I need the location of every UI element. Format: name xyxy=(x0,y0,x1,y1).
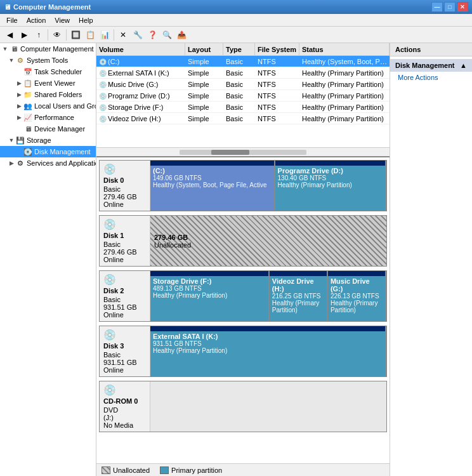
toolbar-sep2 xyxy=(66,29,67,41)
tree-root[interactable]: ▼ 🖥 Computer Management (Local xyxy=(0,43,96,55)
col-header-type[interactable]: Type xyxy=(223,43,255,55)
vol-name-1: 💿External SATA I (K:) xyxy=(96,69,185,77)
disk-0-part-d[interactable]: Programz Drive (D:) 130.40 GB NTFS Healt… xyxy=(275,161,386,211)
app-icon: 🖥 xyxy=(4,3,11,11)
device-manager-expand xyxy=(15,125,23,133)
disk-row-2: 💿 Disk 2 Basic 931.51 GB Online Storage … xyxy=(99,270,387,322)
search-button[interactable]: 🔍 xyxy=(160,28,174,42)
toolbar-btn1[interactable]: 🔲 xyxy=(69,28,82,42)
tree-task-scheduler[interactable]: 📅 Task Scheduler xyxy=(0,66,96,77)
actions-header: Actions xyxy=(390,43,472,56)
tree-root-label: Computer Management (Local xyxy=(20,45,96,53)
actions-section-disk-title[interactable]: Disk Management ▲ xyxy=(390,59,472,72)
col-header-fs[interactable]: File System xyxy=(255,43,299,55)
vol-type-1: Basic xyxy=(223,69,255,77)
tree-services[interactable]: ▶ ⚙ Services and Applications xyxy=(0,157,96,169)
disk-3-name: Disk 3 xyxy=(103,342,146,350)
disk-3-status: Online xyxy=(103,366,146,374)
actions-more[interactable]: More Actions xyxy=(390,72,472,83)
vol-name-2: 💿Music Drive (G:) xyxy=(96,80,185,89)
disk-mgmt-expand xyxy=(15,148,23,155)
volume-list: Volume Layout Type File System Status 💿(… xyxy=(96,43,390,157)
event-viewer-icon: 📋 xyxy=(23,78,33,88)
list-row-2[interactable]: 💿Music Drive (G:) Simple Basic NTFS Heal… xyxy=(96,79,390,90)
tree-shared-folders-label: Shared Folders xyxy=(34,91,82,98)
export-button[interactable]: 📤 xyxy=(174,28,188,42)
list-header: Volume Layout Type File System Status xyxy=(96,43,390,56)
vol-fs-2: NTFS xyxy=(255,80,299,89)
h-scrollbar[interactable] xyxy=(96,147,390,156)
local-users-icon: 👥 xyxy=(23,101,33,111)
list-row-1[interactable]: 💿External SATA I (K:) Simple Basic NTFS … xyxy=(96,67,390,79)
tree-local-users[interactable]: ▶ 👥 Local Users and Groups xyxy=(0,100,96,112)
menu-view[interactable]: View xyxy=(51,15,74,25)
tree-performance[interactable]: ▶ 📈 Performance xyxy=(0,112,96,123)
disk-0-size: 279.46 GB xyxy=(103,193,146,201)
toolbar: ◀ ▶ ↑ 👁 🔲 📋 📊 ✕ 🔧 ❓ 🔍 📤 xyxy=(0,27,472,43)
tree-disk-management[interactable]: 💽 Disk Management xyxy=(0,146,96,157)
legend: Unallocated Primary partition xyxy=(96,463,390,476)
disk-0-part-c-status: Healthy (System, Boot, Page File, Active xyxy=(153,182,272,188)
tree-storage[interactable]: ▼ 💾 Storage xyxy=(0,135,96,146)
list-row-4[interactable]: 💿Storage Drive (F:) Simple Basic NTFS He… xyxy=(96,102,390,113)
title-bar-left: 🖥 Computer Management xyxy=(4,3,91,11)
disk-0-part-c-size: 149.06 GB NTFS xyxy=(153,175,272,182)
show-hide-button[interactable]: 👁 xyxy=(50,28,64,42)
disk-0-part-c[interactable]: (C:) 149.06 GB NTFS Healthy (System, Boo… xyxy=(150,161,275,211)
disk-0-info: 💿 Disk 0 Basic 279.46 GB Online xyxy=(100,161,150,211)
disk-3-part-k-name: External SATA I (K:) xyxy=(153,333,383,340)
tree-device-manager[interactable]: 🖥 Device Manager xyxy=(0,123,96,135)
storage-icon: 💾 xyxy=(15,135,25,145)
disk-1-unallocated[interactable]: 279.46 GB Unallocated xyxy=(150,216,386,266)
disk-3-part-k[interactable]: External SATA I (K:) 931.51 GB NTFS Heal… xyxy=(150,326,386,376)
vol-fs-5: NTFS xyxy=(255,114,299,123)
help-button[interactable]: ❓ xyxy=(145,28,159,42)
forward-button[interactable]: ▶ xyxy=(17,28,31,42)
delete-button[interactable]: ✕ xyxy=(116,28,130,42)
menu-action[interactable]: Action xyxy=(23,15,50,25)
minimize-button[interactable]: — xyxy=(431,2,443,12)
cdrom-info: 💿 CD-ROM 0 DVD (J:) No Media xyxy=(100,381,150,432)
app-title: Computer Management xyxy=(13,3,91,11)
disk-3-partitions: External SATA I (K:) 931.51 GB NTFS Heal… xyxy=(150,326,386,376)
col-header-layout[interactable]: Layout xyxy=(185,43,223,55)
list-row-0[interactable]: 💿(C:) Simple Basic NTFS Healthy (System,… xyxy=(96,56,390,67)
disk-2-part-h[interactable]: Videoz Drive (H:) 216.25 GB NTFS Healthy… xyxy=(270,271,328,321)
vol-fs-0: NTFS xyxy=(255,57,299,66)
toolbar-btn3[interactable]: 📊 xyxy=(98,28,112,42)
actions-disk-mgmt-label: Disk Management xyxy=(395,62,455,69)
menu-help[interactable]: Help xyxy=(75,15,97,25)
tree-shared-folders[interactable]: ▶ 📁 Shared Folders xyxy=(0,89,96,100)
tree-system-tools[interactable]: ▼ ⚙ System Tools xyxy=(0,55,96,66)
close-button[interactable]: ✕ xyxy=(457,2,468,12)
disk-3-part-k-size: 931.51 GB NTFS xyxy=(153,340,383,347)
disk-1-partitions: 279.46 GB Unallocated xyxy=(150,216,386,266)
tree-event-viewer[interactable]: ▶ 📋 Event Viewer xyxy=(0,77,96,89)
disk-3-type: Basic xyxy=(103,351,146,359)
disk-2-part-f[interactable]: Storage Drive (F:) 489.13 GB NTFS Health… xyxy=(150,271,270,321)
task-sched-icon: 📅 xyxy=(23,67,33,77)
back-button[interactable]: ◀ xyxy=(3,28,16,42)
toolbar-btn2[interactable]: 📋 xyxy=(83,28,97,42)
cdrom-status: No Media xyxy=(103,421,146,429)
list-row-5[interactable]: 💿Videoz Drive (H:) Simple Basic NTFS Hea… xyxy=(96,113,390,124)
content-area: Volume Layout Type File System Status 💿(… xyxy=(96,43,390,476)
list-row-3[interactable]: 💿Programz Drive (D:) Simple Basic NTFS H… xyxy=(96,90,390,102)
vol-layout-3: Simple xyxy=(185,91,223,100)
legend-primary: Primary partition xyxy=(160,466,222,474)
vol-layout-2: Simple xyxy=(185,80,223,89)
maximize-button[interactable]: □ xyxy=(444,2,456,12)
properties-button[interactable]: 🔧 xyxy=(131,28,145,42)
vol-fs-4: NTFS xyxy=(255,103,299,112)
disk-2-part-g-name: Music Drive (G:) xyxy=(331,277,383,293)
disk-1-unalloc-size: 279.46 GB xyxy=(154,234,383,241)
col-header-volume[interactable]: Volume xyxy=(96,43,185,55)
disk-mgmt-icon: 💽 xyxy=(23,147,33,157)
col-header-status[interactable]: Status xyxy=(299,43,390,55)
vol-status-1: Healthy (Primary Partition) xyxy=(299,69,390,77)
disk-3-size: 931.51 GB xyxy=(103,359,146,366)
up-button[interactable]: ↑ xyxy=(32,28,46,42)
disk-2-part-g[interactable]: Music Drive (G:) 226.13 GB NTFS Healthy … xyxy=(328,271,386,321)
menu-file[interactable]: File xyxy=(3,15,22,25)
disk-2-type: Basic xyxy=(103,296,146,303)
